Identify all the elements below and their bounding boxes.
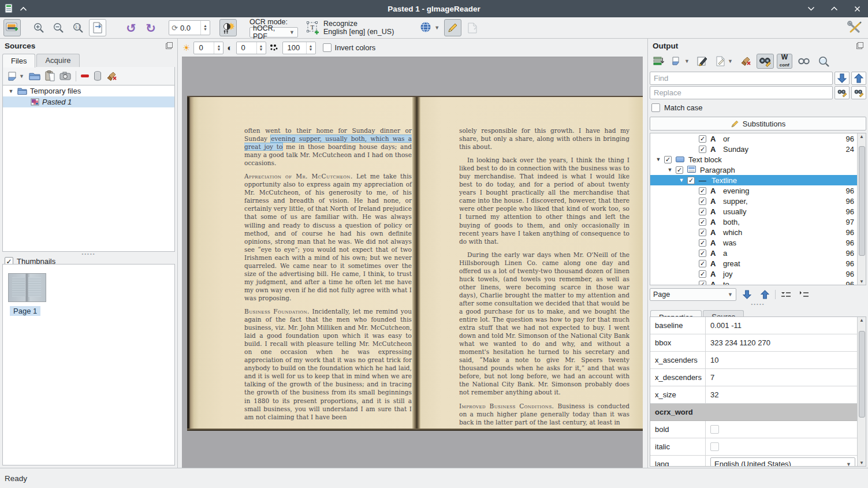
find-prev-button[interactable] — [851, 72, 866, 85]
clear-sources-button[interactable] — [106, 71, 117, 81]
rotate-left-button[interactable]: ↺ — [122, 19, 140, 36]
scroll-down-icon[interactable]: ▼ — [859, 279, 864, 284]
clear-text-button[interactable] — [738, 54, 754, 69]
scroll-up-icon[interactable]: ▲ — [859, 134, 864, 139]
splitter-handle[interactable]: ••••• — [648, 302, 868, 306]
tree-row[interactable]: ✓Ajoy96 — [650, 269, 866, 279]
item-checkbox[interactable]: ✓ — [699, 198, 706, 205]
item-checkbox[interactable]: ✓ — [699, 249, 706, 257]
ocr-mode-combo[interactable]: hOCR, PDF ▼ — [249, 27, 298, 38]
scroll-thumb[interactable] — [859, 146, 865, 256]
zoom-in-button[interactable] — [30, 19, 47, 36]
image-controls-button[interactable] — [219, 19, 237, 36]
contrast-spinbox[interactable]: 0 ▲▼ — [236, 42, 266, 54]
item-checkbox[interactable]: ✓ — [699, 187, 706, 195]
tree-row[interactable]: ✓Awas96 — [650, 237, 866, 248]
scroll-thumb[interactable] — [859, 331, 865, 418]
tree-row[interactable]: ▼✓Text block — [650, 154, 866, 165]
clear-output-button[interactable]: ▼ — [713, 54, 735, 69]
item-checkbox[interactable]: ✓ — [699, 260, 706, 267]
ocr-selected-line-highlight[interactable]: evening supper, usually both, which was … — [244, 135, 412, 150]
spellcheck-document-icon[interactable] — [464, 19, 481, 36]
tree-row[interactable]: ✓Ausually96 — [650, 206, 866, 217]
expander-icon[interactable]: ▼ — [653, 157, 664, 162]
paste-button[interactable] — [45, 70, 55, 81]
close-button[interactable] — [853, 5, 861, 13]
float-panel-icon[interactable] — [856, 42, 863, 49]
expander-icon[interactable]: ▼ — [664, 167, 676, 173]
contrast-spinner[interactable]: ▲▼ — [256, 42, 266, 54]
tree-folder-row[interactable]: ▼ Temporary files — [3, 85, 174, 96]
thumbnail-label[interactable]: Page 1 — [10, 306, 40, 316]
minimize-button[interactable] — [807, 5, 815, 13]
brightness-spinbox[interactable]: 0 ▲▼ — [193, 42, 223, 54]
find-input[interactable]: Find — [650, 72, 833, 85]
tree-row[interactable]: ✓Awhich96 — [650, 227, 866, 237]
zoom-out-button[interactable] — [50, 19, 67, 36]
preview-button[interactable] — [815, 54, 832, 69]
settings-button[interactable] — [845, 19, 865, 36]
expander-icon[interactable]: ▼ — [8, 88, 14, 94]
next-item-button[interactable] — [739, 288, 754, 301]
best-fit-button[interactable] — [89, 19, 106, 36]
tree-row[interactable]: ✓Aboth,97 — [650, 217, 866, 227]
tree-scrollbar[interactable]: ▲ ▼ — [857, 133, 866, 285]
tree-row[interactable]: ✓Aevening96 — [650, 185, 866, 196]
tree-row[interactable]: ✓Ato96 — [650, 279, 866, 285]
find-next-button[interactable] — [835, 72, 850, 85]
page-mode-combo[interactable]: Page ▼ — [650, 288, 736, 301]
tree-row[interactable]: ▼✓—Textline — [650, 175, 866, 185]
substitutions-button[interactable]: Substitutions — [650, 117, 866, 131]
rotation-spinbox[interactable]: ⟳ 0.0 ▲▼ — [169, 20, 210, 35]
shade-icon[interactable] — [19, 5, 27, 13]
item-checkbox[interactable]: ✓ — [687, 177, 695, 184]
item-checkbox[interactable]: ✓ — [699, 239, 706, 247]
add-images-button[interactable] — [3, 19, 21, 36]
expand-all-button[interactable] — [796, 288, 811, 301]
toggle-output-pane-button[interactable] — [444, 19, 461, 36]
item-checkbox[interactable]: ✓ — [699, 229, 706, 236]
zoom-original-button[interactable]: 1:1 — [69, 19, 87, 36]
page-thumbnail[interactable] — [9, 274, 46, 301]
item-checkbox[interactable]: ✓ — [699, 146, 706, 153]
scroll-up-icon[interactable]: ▲ — [859, 318, 864, 323]
match-case-checkbox[interactable] — [651, 103, 660, 112]
open-folder-button[interactable] — [29, 72, 40, 81]
brightness-spinner[interactable]: ▲▼ — [214, 42, 223, 54]
tree-row[interactable]: ▼✓Paragraph — [650, 165, 866, 175]
collapse-all-button[interactable] — [778, 288, 794, 301]
invert-colors-checkbox[interactable] — [323, 43, 331, 52]
resolution-spinbox[interactable]: 100 ▲▼ — [282, 42, 316, 54]
find-replace-toggle[interactable] — [757, 54, 774, 69]
recognize-button[interactable]: T Recognize English [eng] (en_US) — [306, 20, 394, 36]
tree-row[interactable]: ✓Agreat96 — [650, 258, 866, 269]
replace-input[interactable]: Replace — [650, 86, 833, 99]
tab-acquire[interactable]: Acquire — [36, 54, 79, 67]
save-output-button[interactable] — [695, 54, 710, 69]
lang-combo[interactable]: English (United States)▼ — [710, 457, 855, 467]
item-checkbox[interactable]: ✓ — [699, 135, 706, 143]
resolution-spinner[interactable]: ▲▼ — [306, 42, 315, 54]
open-output-button[interactable]: ▼ — [669, 54, 692, 69]
expander-icon[interactable]: ▼ — [676, 177, 687, 183]
link-position-button[interactable] — [795, 54, 813, 69]
add-file-button[interactable]: ▼ — [8, 71, 24, 81]
replace-button[interactable] — [835, 86, 850, 99]
tree-row[interactable]: ✓Aa96 — [650, 248, 866, 258]
screenshot-button[interactable] — [59, 72, 71, 80]
scroll-down-icon[interactable]: ▼ — [859, 460, 864, 465]
italic-checkbox[interactable] — [710, 442, 719, 451]
item-checkbox[interactable]: ✓ — [676, 166, 683, 174]
maximize-button[interactable] — [830, 5, 838, 13]
item-checkbox[interactable]: ✓ — [664, 156, 672, 163]
tree-file-row[interactable]: Pasted 1 — [3, 96, 174, 107]
tree-row[interactable]: ✓ASunday24 — [650, 144, 866, 154]
rotate-right-button[interactable]: ↻ — [142, 19, 159, 36]
rotation-spinner[interactable]: ▲▼ — [200, 21, 210, 35]
insert-mode-button[interactable] — [650, 54, 666, 69]
item-checkbox[interactable]: ✓ — [699, 270, 706, 278]
float-panel-icon[interactable] — [166, 42, 173, 49]
remove-source-button[interactable] — [81, 74, 89, 77]
delete-source-button[interactable] — [94, 71, 102, 81]
bold-checkbox[interactable] — [710, 425, 719, 434]
